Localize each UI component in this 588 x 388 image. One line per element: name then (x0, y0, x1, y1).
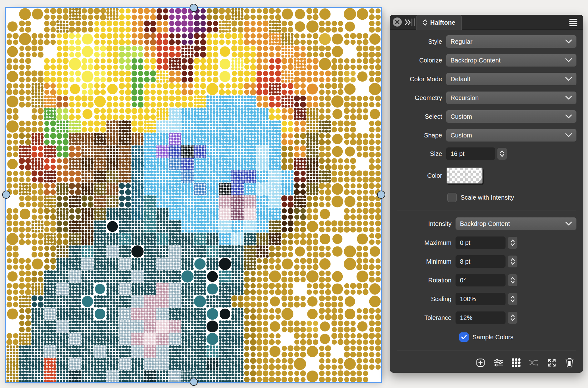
selection-handle-left[interactable] (2, 191, 10, 199)
stepper-updown-icon (510, 257, 515, 266)
maximum-input[interactable]: 0 pt (456, 236, 506, 249)
double-chevron-right-icon (404, 19, 411, 26)
stepper-updown-icon (510, 239, 515, 247)
swatch-corner-icon (477, 178, 482, 183)
tab-halftone[interactable]: Halftone (416, 15, 462, 30)
expand-button[interactable] (547, 358, 557, 368)
panel-divider-bars (411, 18, 415, 26)
rotation-input[interactable]: 0° (456, 274, 506, 286)
tolerance-input[interactable]: 12% (456, 311, 506, 324)
color-mode-value: Default (451, 76, 470, 83)
chevron-down-icon (565, 114, 572, 119)
chevron-down-icon (565, 133, 572, 137)
checkmark-icon (461, 335, 467, 339)
dots-grid-icon (511, 358, 521, 368)
minimum-label: Minimum (390, 258, 451, 265)
panel-toolbar (476, 358, 575, 368)
chevron-down-icon (565, 96, 572, 100)
selection-handle-bottom[interactable] (190, 378, 198, 386)
color-label: Color (390, 172, 442, 179)
sample-colors-checkbox[interactable] (459, 332, 469, 342)
scaling-value: 100% (460, 296, 476, 303)
minimum-value: 8 pt (460, 258, 470, 265)
scaling-stepper[interactable] (508, 293, 517, 305)
shuffle-icon (529, 359, 539, 367)
tolerance-label: Tolerance (390, 314, 451, 321)
tolerance-stepper[interactable] (508, 312, 517, 324)
scale-with-intensity-checkbox[interactable] (447, 193, 457, 202)
geometry-dropdown[interactable]: Recursion (446, 92, 576, 104)
select-dropdown[interactable]: Custom (446, 110, 576, 123)
scaling-input[interactable]: 100% (456, 293, 506, 305)
maximum-stepper[interactable] (508, 237, 517, 249)
intensity-value: Backdrop Content (460, 220, 510, 227)
sample-colors-label: Sample Colors (472, 334, 513, 341)
plus-square-icon (476, 358, 485, 367)
chevron-down-icon (565, 39, 572, 44)
style-label: Style (390, 38, 442, 45)
colorize-dropdown[interactable]: Backdrop Content (446, 54, 576, 67)
scaling-label: Scaling (390, 296, 451, 303)
color-mode-label: Color Mode (390, 76, 442, 83)
color-mode-dropdown[interactable]: Default (446, 73, 576, 85)
updown-chevron-icon (423, 19, 428, 26)
rotation-stepper[interactable] (508, 274, 517, 286)
stepper-updown-icon (500, 150, 505, 158)
shape-label: Shape (390, 132, 442, 139)
section-divider (397, 351, 576, 351)
selection-handle-top[interactable] (190, 4, 198, 12)
select-value: Custom (451, 113, 472, 120)
minimum-stepper[interactable] (508, 256, 517, 267)
size-input[interactable]: 16 pt (446, 147, 495, 160)
collapse-panel-button[interactable] (404, 19, 411, 26)
colorize-label: Colorize (390, 57, 442, 64)
halftone-pattern-button[interactable] (511, 358, 521, 368)
tolerance-value: 12% (460, 314, 472, 321)
intensity-dropdown[interactable]: Backdrop Content (456, 217, 576, 230)
maximum-value: 0 pt (460, 239, 470, 246)
minimum-input[interactable]: 8 pt (456, 255, 506, 268)
stepper-updown-icon (510, 314, 515, 322)
color-swatch[interactable] (446, 167, 483, 184)
size-label: Size (390, 150, 442, 157)
chevron-down-icon (565, 221, 572, 226)
shape-dropdown[interactable]: Custom (446, 129, 576, 142)
select-label: Select (390, 113, 442, 120)
style-value: Regular (451, 38, 472, 45)
add-effect-button[interactable] (476, 358, 486, 368)
panel-menu-button[interactable] (569, 19, 577, 26)
close-button[interactable] (393, 17, 402, 27)
size-stepper[interactable] (497, 148, 507, 160)
section-divider (397, 211, 576, 211)
size-value: 16 pt (451, 150, 464, 157)
stepper-updown-icon (510, 295, 515, 303)
chevron-down-icon (565, 58, 572, 62)
panel-header: Halftone (390, 15, 583, 30)
tab-title: Halftone (430, 19, 455, 26)
geometry-label: Geometry (390, 94, 442, 102)
hamburger-menu-icon (569, 19, 577, 20)
halftone-panel: Halftone Style Regular Colorize Backdrop… (390, 15, 583, 373)
maximum-label: Maximum (390, 239, 451, 246)
rotation-value: 0° (460, 277, 466, 284)
halftone-art (6, 8, 381, 382)
rotation-label: Rotation (390, 277, 451, 284)
artboard-canvas[interactable] (6, 8, 381, 382)
style-dropdown[interactable]: Regular (446, 35, 576, 48)
geometry-value: Recursion (451, 94, 479, 102)
shape-value: Custom (451, 132, 472, 139)
stepper-updown-icon (510, 276, 515, 284)
expand-arrows-icon (547, 358, 556, 367)
sliders-icon (493, 358, 503, 367)
selection-handle-right[interactable] (377, 191, 385, 199)
trash-icon (565, 358, 574, 368)
adjust-settings-button[interactable] (493, 358, 503, 368)
close-icon (393, 17, 402, 27)
colorize-value: Backdrop Content (451, 57, 501, 64)
intensity-label: Intensity (390, 220, 451, 227)
randomize-button[interactable] (529, 358, 539, 368)
chevron-down-icon (565, 77, 572, 81)
delete-effect-button[interactable] (565, 358, 575, 368)
scale-with-intensity-label: Scale with Intensity (461, 194, 514, 201)
